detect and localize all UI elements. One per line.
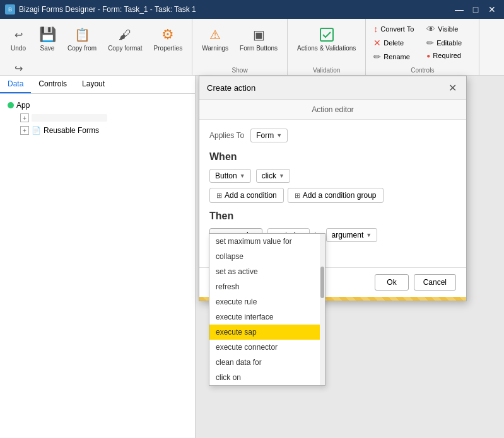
required-label: Required — [433, 52, 461, 59]
app-icon: B — [5, 4, 15, 14]
save-button[interactable]: 💾 Save — [34, 23, 61, 55]
save-icon: 💾 — [39, 26, 56, 43]
reusable-forms-label: Reusable Forms — [44, 126, 99, 135]
add-condition-group-button[interactable]: ⊞ Add a condition group — [288, 188, 384, 203]
applies-to-row: Applies To Form ▼ — [209, 129, 456, 142]
editable-button[interactable]: ✏ Editable — [424, 37, 464, 49]
panel-tabs: Data Controls Layout — [0, 76, 195, 94]
editable-icon: ✏ — [426, 38, 434, 48]
minimize-button[interactable]: — — [452, 3, 466, 16]
condition-buttons: ⊞ Add a condition ⊞ Add a condition grou… — [209, 188, 456, 203]
action-editor-label: Action editor — [312, 105, 354, 114]
actions-validations-button[interactable]: Actions & Validations — [293, 23, 360, 55]
dialog-close-button[interactable]: ✕ — [446, 81, 459, 94]
dialog-title-bar: Create action ✕ — [199, 76, 466, 100]
delete-label: Delete — [384, 39, 404, 47]
dropdown-item-2[interactable]: set as active — [209, 264, 325, 279]
warnings-button[interactable]: ⚠ Warnings — [197, 23, 233, 55]
undo-label: Undo — [11, 45, 26, 52]
tree-item-reusable-forms[interactable]: + 📄 Reusable Forms — [18, 124, 190, 137]
properties-button[interactable]: ⚙ Properties — [149, 23, 187, 55]
ribbon-group-validation: Actions & Validations Validation — [288, 19, 366, 75]
convert-to-label: Convert To — [380, 25, 414, 33]
add-condition-label: Add a condition — [225, 191, 277, 200]
blurred-item — [32, 114, 107, 122]
svg-rect-0 — [320, 28, 333, 41]
form-buttons-icon: ▣ — [253, 27, 265, 42]
button-dropdown-value: Button — [215, 171, 237, 180]
add-condition-icon: ⊞ — [216, 192, 222, 200]
expand-icon[interactable]: + — [20, 113, 29, 122]
left-panel: Data Controls Layout App + + 📄 Reusable … — [0, 76, 196, 438]
rename-button[interactable]: ✏ Rename — [371, 50, 416, 63]
then-title: Then — [209, 210, 456, 222]
rename-icon: ✏ — [373, 52, 381, 62]
click-dropdown[interactable]: click ▼ — [256, 169, 290, 183]
copy-from-button[interactable]: 📋 Copy from — [63, 23, 101, 55]
controls-group-title: Controls — [371, 66, 474, 74]
add-condition-button[interactable]: ⊞ Add a condition — [209, 188, 284, 203]
dropdown-item-5[interactable]: execute interface — [209, 309, 325, 325]
dropdown-item-7[interactable]: execute connector — [209, 340, 325, 355]
expand-reusable-icon[interactable]: + — [20, 126, 29, 135]
form-buttons-button[interactable]: ▣ Form Buttons — [235, 23, 282, 55]
close-button[interactable]: ✕ — [485, 3, 499, 16]
cancel-button[interactable]: Cancel — [414, 274, 456, 291]
add-condition-group-icon: ⊞ — [295, 192, 300, 200]
rename-label: Rename — [384, 53, 410, 61]
title-bar-text: Bizagi Forms Designer - Form: Task_1 - T… — [19, 5, 196, 14]
undo-button[interactable]: ↩ Undo — [5, 23, 32, 55]
required-icon: ● — [426, 52, 430, 59]
ok-button[interactable]: Ok — [375, 274, 408, 291]
tree-item-app[interactable]: App — [5, 99, 190, 112]
dropdown-item-4[interactable]: execute rule — [209, 294, 325, 309]
dropdown-item-1[interactable]: collapse — [209, 249, 325, 264]
argument-chevron-icon: ▼ — [366, 232, 372, 238]
properties-icon: ⚙ — [161, 26, 174, 43]
warnings-icon: ⚠ — [209, 27, 221, 42]
command-dropdown-list: set maximum value for collapse set as ac… — [209, 233, 325, 386]
copy-format-button[interactable]: 🖌 Copy format — [103, 23, 146, 55]
button-dropdown-chevron-icon: ▼ — [240, 173, 245, 179]
ribbon-group-show: ⚠ Warnings ▣ Form Buttons Show — [192, 19, 288, 75]
delete-button[interactable]: ✕ Delete — [371, 37, 416, 49]
reusable-forms-icon: 📄 — [32, 126, 41, 135]
dropdown-item-3[interactable]: refresh — [209, 279, 325, 294]
dropdown-item-8[interactable]: clean data for — [209, 355, 325, 370]
copy-format-label: Copy format — [108, 45, 142, 52]
convert-to-icon: ↕ — [373, 24, 378, 34]
app-status-dot — [8, 102, 14, 108]
dropdown-item-0[interactable]: set maximum value for — [209, 234, 325, 249]
tab-data[interactable]: Data — [0, 76, 31, 93]
convert-to-button[interactable]: ↕ Convert To — [371, 23, 416, 35]
tab-layout[interactable]: Layout — [74, 76, 112, 93]
visible-button[interactable]: 👁 Visible — [424, 23, 464, 35]
show-group-title: Show — [197, 66, 282, 74]
required-button[interactable]: ● Required — [424, 50, 464, 61]
click-dropdown-chevron-icon: ▼ — [279, 173, 284, 179]
argument-dropdown[interactable]: argument ▼ — [326, 228, 378, 242]
properties-label: Properties — [154, 45, 183, 52]
tree-item-blurred[interactable]: + — [18, 112, 190, 124]
tab-controls[interactable]: Controls — [31, 76, 74, 93]
applies-to-label: Applies To — [209, 131, 244, 140]
when-row: Button ▼ click ▼ — [209, 169, 456, 183]
ribbon: ↩ Undo ↪ Redo 💾 Save 📋 Copy from 🖌 Copy … — [0, 19, 504, 76]
form-buttons-label: Form Buttons — [240, 45, 278, 52]
tree-area: App + + 📄 Reusable Forms — [0, 94, 195, 142]
dropdown-scrollbar[interactable] — [320, 234, 325, 385]
maximize-button[interactable]: □ — [469, 3, 483, 16]
dropdown-item-6[interactable]: execute sap — [209, 325, 325, 340]
redo-icon: ↪ — [15, 62, 23, 74]
button-dropdown[interactable]: Button ▼ — [209, 169, 251, 183]
action-editor-header: Action editor — [199, 100, 466, 120]
dropdown-item-9[interactable]: click on — [209, 370, 325, 385]
click-dropdown-value: click — [262, 171, 276, 180]
delete-icon: ✕ — [373, 38, 381, 48]
tree-app-label: App — [16, 101, 30, 110]
applies-to-dropdown[interactable]: Form ▼ — [250, 129, 288, 142]
copy-from-label: Copy from — [67, 45, 97, 52]
validation-group-title: Validation — [293, 66, 360, 74]
applies-to-value: Form — [256, 131, 274, 140]
warnings-label: Warnings — [202, 45, 228, 52]
